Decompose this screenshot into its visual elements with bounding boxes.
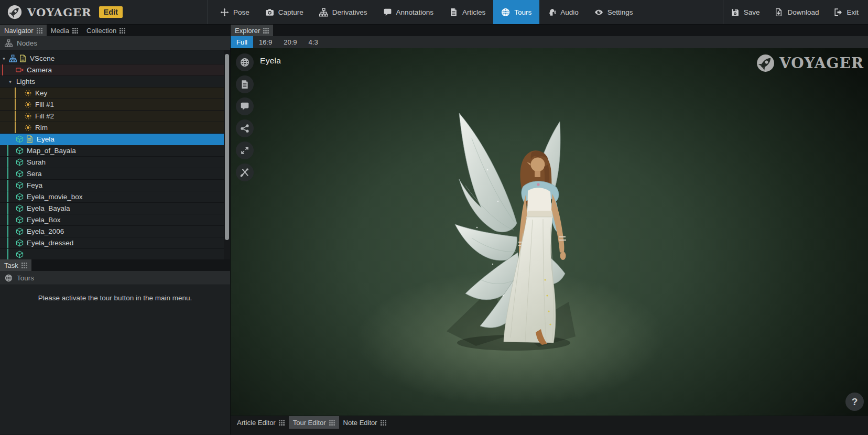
menu-item-derivatives[interactable]: Derivatives (311, 0, 375, 24)
tree-node-surah[interactable]: Surah (0, 157, 224, 168)
tree-node-eyela-2006[interactable]: Eyela_2006 (0, 226, 224, 237)
exit-button[interactable]: Exit (826, 0, 866, 24)
fullscreen-button[interactable] (236, 142, 254, 159)
tours-globe-button[interactable] (236, 53, 254, 71)
aspect-20-9-button[interactable]: 20:9 (278, 36, 302, 48)
cube-icon (16, 181, 24, 189)
menu-item-annotations[interactable]: Annotations (375, 0, 441, 24)
cube-icon (16, 147, 24, 155)
tab-media[interactable]: Media (47, 25, 82, 36)
cube-icon (16, 193, 24, 201)
tree-node-label: Key (35, 89, 47, 97)
tree-node-eyela[interactable]: Eyela (0, 134, 224, 145)
share-button[interactable] (236, 119, 254, 137)
voyager-watermark: VOYAGER (756, 54, 864, 72)
sun-icon (24, 101, 32, 108)
cube-icon (16, 216, 24, 224)
fullscreen-icon (240, 146, 249, 155)
tree-node-map-of-bayala[interactable]: Map_of_Bayala (0, 145, 224, 157)
tree-node-key[interactable]: Key (0, 88, 224, 99)
globe-icon (240, 58, 249, 67)
tab-explorer[interactable]: Explorer (231, 25, 273, 36)
speaking-head-icon (547, 8, 556, 17)
tree-node-clipped[interactable] (0, 249, 224, 259)
scene-viewport[interactable]: Eyela VOYAGER (231, 48, 868, 416)
main-menu: Pose Capture Derivatives Annotations Art… (212, 0, 641, 24)
menu-item-pose[interactable]: Pose (212, 0, 257, 24)
tree-node-label: Eyela_Box (27, 216, 61, 224)
tab-article-editor[interactable]: Article Editor (233, 416, 289, 429)
tree-node-fill-1[interactable]: Fill #1 (0, 99, 224, 111)
tree-node-rim[interactable]: Rim (0, 122, 224, 134)
task-tab-bar: Task (0, 259, 230, 271)
top-menu-bar: VOYAGER Edit Pose Capture Derivatives An… (0, 0, 868, 25)
brand-title: VOYAGER (27, 6, 92, 19)
menu-item-capture[interactable]: Capture (257, 0, 311, 24)
node-type-stripe (15, 88, 16, 99)
aspect-full-button[interactable]: Full (231, 36, 253, 48)
nodes-section-title: Nodes (17, 39, 37, 47)
tree-node-label: Eyela (37, 135, 55, 143)
navigator-tab-bar: Navigator Media Collection (0, 25, 230, 36)
exit-arrow-icon (833, 8, 842, 17)
tree-node-eyela-dressed[interactable]: Eyela_dressed (0, 237, 224, 249)
cube-icon (16, 170, 24, 178)
viewer-toolbar (236, 53, 254, 181)
tree-node-vscene[interactable]: ▾VScene (0, 53, 224, 64)
cube-icon (16, 158, 24, 166)
tree-node-fill-2[interactable]: Fill #2 (0, 111, 224, 122)
help-button[interactable]: ? (845, 393, 864, 411)
tree-scrollbar-track[interactable] (224, 50, 230, 259)
tree-node-lights[interactable]: ▾Lights (0, 76, 224, 88)
tree-node-sera[interactable]: Sera (0, 168, 224, 180)
move-arrows-icon (220, 8, 229, 17)
menu-item-tours[interactable]: Tours (493, 0, 539, 24)
globe-icon (5, 274, 13, 282)
tree-node-label: Eyela_movie_box (27, 193, 83, 201)
tab-collection[interactable]: Collection (82, 25, 129, 36)
edit-mode-badge: Edit (99, 6, 123, 18)
node-type-stripe (7, 214, 8, 225)
tab-tour-editor[interactable]: Tour Editor (289, 416, 339, 429)
tools-button[interactable] (236, 164, 254, 181)
hierarchy-icon (9, 55, 17, 62)
tour-hint-message: Please activate the tour button in the m… (38, 294, 192, 302)
aspect-4-3-button[interactable]: 4:3 (303, 36, 324, 48)
tree-node-camera[interactable]: Camera (0, 64, 224, 76)
tab-note-editor[interactable]: Note Editor (339, 416, 390, 429)
editor-tab-bar: Article Editor Tour Editor Note Editor (231, 416, 868, 434)
expander-icon[interactable]: ▾ (1, 56, 7, 61)
download-file-icon (774, 8, 783, 17)
tree-scrollbar-thumb[interactable] (225, 54, 229, 240)
speech-bubble-icon (383, 8, 392, 17)
document-icon (449, 8, 458, 17)
expander-icon[interactable]: ▾ (7, 79, 13, 84)
menu-item-audio[interactable]: Audio (539, 0, 587, 24)
menu-item-articles[interactable]: Articles (441, 0, 493, 24)
menu-item-settings[interactable]: Settings (587, 0, 641, 24)
fairy-model (440, 107, 578, 356)
hierarchy-icon (5, 39, 13, 47)
save-button[interactable]: Save (723, 0, 767, 24)
tree-node-label: Eyela_dressed (27, 239, 73, 247)
aspect-16-9-button[interactable]: 16:9 (253, 36, 278, 48)
annotations-button[interactable] (236, 97, 254, 115)
tab-navigator[interactable]: Navigator (0, 25, 47, 36)
tree-node-eyela-bayala[interactable]: Eyela_Bayala (0, 203, 224, 214)
tab-task[interactable]: Task (0, 259, 31, 271)
aspect-ratio-bar: Full 16:9 20:9 4:3 (231, 36, 868, 48)
node-type-stripe (7, 168, 8, 179)
brand-area: VOYAGER Edit (0, 0, 208, 24)
node-type-stripe (7, 180, 8, 191)
tree-node-label: VScene (30, 55, 55, 62)
download-button[interactable]: Download (767, 0, 826, 24)
node-type-stripe (15, 99, 16, 110)
floppy-disk-icon (731, 8, 740, 17)
tree-node-feya[interactable]: Feya (0, 180, 224, 191)
article-reader-button[interactable] (236, 75, 254, 93)
explorer-panel: Explorer Full 16:9 20:9 4:3 Eyela VOYA (231, 25, 868, 434)
document-icon (19, 55, 27, 62)
tree-node-eyela-movie-box[interactable]: Eyela_movie_box (0, 191, 224, 203)
tree-node-eyela-box[interactable]: Eyela_Box (0, 214, 224, 226)
share-icon (240, 124, 249, 133)
